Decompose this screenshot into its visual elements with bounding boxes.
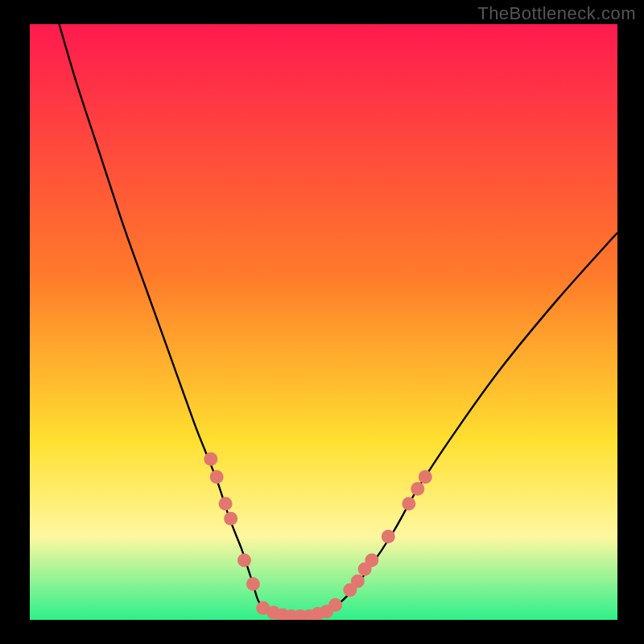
curve-marker: [224, 512, 237, 526]
chart-stage: TheBottleneck.com: [0, 0, 644, 644]
curve-marker: [419, 470, 432, 484]
gradient-background: [30, 24, 617, 620]
watermark-text: TheBottleneck.com: [477, 3, 636, 24]
curve-marker: [402, 497, 415, 510]
curve-marker: [365, 554, 378, 568]
curve-marker: [210, 470, 224, 484]
curve-marker: [411, 482, 424, 496]
curve-marker: [328, 598, 342, 612]
curve-marker: [382, 530, 395, 543]
bottleneck-chart: [30, 24, 617, 620]
curve-marker: [351, 574, 365, 588]
curve-marker: [204, 452, 217, 466]
curve-marker: [237, 554, 251, 568]
curve-marker: [246, 577, 260, 591]
curve-marker: [219, 497, 233, 510]
